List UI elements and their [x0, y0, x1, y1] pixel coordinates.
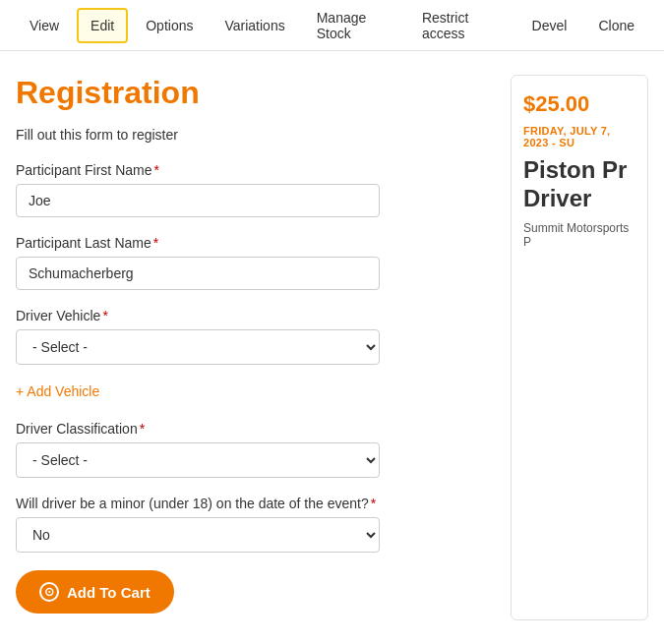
- minor-group: Will driver be a minor (under 18) on the…: [16, 496, 491, 553]
- nav-clone[interactable]: Clone: [584, 8, 648, 43]
- required-star-4: *: [140, 421, 145, 437]
- nav-variations[interactable]: Variations: [211, 8, 298, 43]
- first-name-input[interactable]: [16, 184, 380, 217]
- event-date: FRIDAY, JULY 7, 2023 - SU: [523, 125, 635, 148]
- classification-select[interactable]: - Select -: [16, 442, 380, 478]
- form-description: Fill out this form to register: [16, 127, 491, 143]
- nav-edit[interactable]: Edit: [77, 8, 128, 43]
- page-title: Registration: [16, 75, 491, 111]
- required-star-2: *: [153, 235, 158, 251]
- event-title: Piston Pr Driver: [523, 156, 635, 213]
- classification-label: Driver Classification*: [16, 421, 491, 437]
- nav-devel[interactable]: Devel: [518, 8, 581, 43]
- cart-icon: ⊙: [39, 582, 59, 602]
- required-star: *: [153, 162, 158, 178]
- nav-options[interactable]: Options: [132, 8, 207, 43]
- add-to-cart-label: Add To Cart: [67, 584, 151, 601]
- minor-label: Will driver be a minor (under 18) on the…: [16, 496, 491, 511]
- vehicle-label: Driver Vehicle*: [16, 308, 491, 323]
- add-vehicle-group: + Add Vehicle: [16, 382, 491, 403]
- vehicle-group: Driver Vehicle* - Select -: [16, 308, 491, 365]
- nav-restrict-access[interactable]: Restrict access: [408, 0, 514, 51]
- add-to-cart-button[interactable]: ⊙ Add To Cart: [16, 570, 174, 614]
- sidebar-card: $25.00 FRIDAY, JULY 7, 2023 - SU Piston …: [511, 75, 648, 620]
- vehicle-select[interactable]: - Select -: [16, 329, 380, 365]
- nav-view[interactable]: View: [16, 8, 73, 43]
- first-name-group: Participant First Name*: [16, 162, 491, 217]
- form-section: Registration Fill out this form to regis…: [16, 75, 491, 620]
- first-name-label: Participant First Name*: [16, 162, 491, 178]
- minor-select[interactable]: No: [16, 517, 380, 553]
- last-name-input[interactable]: [16, 257, 380, 290]
- last-name-group: Participant Last Name*: [16, 235, 491, 290]
- last-name-label: Participant Last Name*: [16, 235, 491, 251]
- event-org: Summit Motorsports P: [523, 221, 635, 249]
- required-star-5: *: [371, 496, 376, 511]
- add-vehicle-link[interactable]: + Add Vehicle: [16, 383, 99, 399]
- required-star-3: *: [102, 308, 107, 323]
- nav-bar: View Edit Options Variations Manage Stoc…: [0, 0, 664, 51]
- classification-group: Driver Classification* - Select -: [16, 421, 491, 478]
- event-price: $25.00: [523, 91, 635, 117]
- main-content: Registration Fill out this form to regis…: [0, 51, 664, 644]
- nav-manage-stock[interactable]: Manage Stock: [303, 0, 404, 51]
